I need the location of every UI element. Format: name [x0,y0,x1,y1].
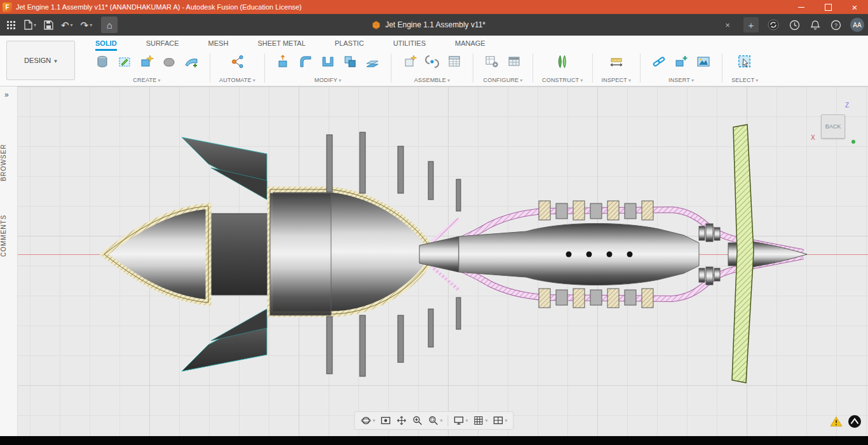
file-menu-icon[interactable] [21,17,39,33]
nose-spinner[interactable] [104,206,208,303]
select-menu[interactable]: SELECT [731,77,758,83]
configure-menu[interactable]: CONFIGURE [483,77,522,83]
select-icon[interactable] [735,52,754,71]
left-panel-strip: » BROWSER COMMENTS [0,86,18,436]
tab-utilities[interactable]: UTILITIES [393,36,426,51]
group-assemble: ASSEMBLE [391,51,473,85]
tab-close-icon[interactable]: × [722,20,733,30]
extensions-sync-icon[interactable] [765,17,782,33]
pan-icon[interactable] [394,414,409,427]
save-icon[interactable] [41,17,56,33]
job-status-clock-icon[interactable] [787,17,803,33]
canvas-image-icon[interactable] [694,52,713,71]
view-cube-face[interactable]: BACK [821,114,845,139]
fillet-icon[interactable] [296,52,315,71]
patch-icon[interactable] [182,52,201,71]
window-controls [788,0,868,14]
display-settings-icon[interactable] [451,414,470,427]
construction-plane-icon[interactable] [553,52,572,71]
undo-icon[interactable]: ↶ [58,17,76,33]
maximize-button[interactable] [815,0,841,14]
warning-icon[interactable] [830,416,843,430]
viewports-icon[interactable] [491,414,510,427]
insert-derive-icon[interactable] [672,52,691,71]
config-table-icon[interactable] [505,52,524,71]
minimize-button[interactable] [788,0,815,14]
compressor-casing[interactable] [270,189,433,315]
ribbon: DESIGN SOLID SURFACE MESH SHEET METAL PL… [0,36,868,86]
fusion-window: Jet Engine 1.1 Assembly v11* (ANANDHAKUM… [0,0,868,445]
fusion-logo-icon [3,3,12,12]
fan-hub[interactable] [206,214,272,295]
assemble-menu[interactable]: ASSEMBLE [414,77,450,83]
group-configure: CONFIGURE [473,51,532,85]
document-tab[interactable]: Jet Engine 1.1 Assembly v11* × [119,14,738,36]
browser-panel-tab[interactable]: BROWSER [0,134,18,191]
shell-icon[interactable] [318,52,337,71]
modify-menu[interactable]: MODIFY [315,77,341,83]
workspace-switcher[interactable]: DESIGN [6,41,75,80]
comments-panel-tab[interactable]: COMMENTS [0,207,18,264]
redo-icon[interactable]: ↷ [78,17,95,33]
new-component-icon[interactable] [400,52,419,71]
axis-y-dot [851,140,855,144]
group-modify: MODIFY [265,51,391,85]
zoom-window-icon[interactable] [426,414,444,427]
automate-share-icon[interactable] [228,52,247,71]
construct-menu[interactable]: CONSTRUCT [542,77,583,83]
user-avatar[interactable]: AA [850,18,864,32]
app-grid-menu-icon[interactable] [4,17,18,33]
expand-panel-icon[interactable]: » [0,86,17,99]
notifications-bell-icon[interactable] [808,17,823,33]
window-title: Jet Engine 1.1 Assembly v11* (ANANDHAKUM… [16,3,302,11]
autodesk-badge-icon[interactable] [848,414,862,431]
axis-z-label: Z [845,102,849,109]
form-icon[interactable] [159,52,179,71]
home-view-icon[interactable]: ⌂ [101,17,118,33]
document-cube-icon [372,20,381,30]
divider [447,415,448,427]
application-bar: ↶ ↷ ⌂ Jet Engine 1.1 Assembly v11* × + ?… [0,14,868,36]
chevron-down-icon [53,57,57,64]
group-create: CREATE [84,51,210,85]
link-icon[interactable] [649,52,668,71]
tab-solid[interactable]: SOLID [95,36,117,51]
tab-surface[interactable]: SURFACE [146,36,179,51]
group-select: SELECT [722,51,767,85]
tab-manage[interactable]: MANAGE [455,36,485,51]
inspect-menu[interactable]: INSPECT [602,77,632,83]
offset-face-icon[interactable] [363,52,382,71]
grid-settings-icon[interactable] [471,414,490,427]
tab-sheet-metal[interactable]: SHEET METAL [257,36,305,51]
jet-engine-model[interactable] [18,86,868,436]
tab-mesh[interactable]: MESH [208,36,229,51]
combustor-body[interactable] [459,223,699,285]
create-menu[interactable]: CREATE [133,77,160,83]
ribbon-tools: CREATE AUTOMATE MODIFY [84,51,768,85]
insert-menu[interactable]: INSERT [668,77,694,83]
solid-cylinder-icon[interactable] [93,52,112,71]
model-canvas[interactable]: Z BACK X [0,86,868,436]
zoom-icon[interactable] [410,414,424,427]
sketch-icon[interactable] [115,52,134,71]
group-inspect: INSPECT [593,51,641,85]
joint-icon[interactable] [423,52,442,71]
configuration-icon[interactable] [482,52,501,71]
document-tab-title: Jet Engine 1.1 Assembly v11* [385,20,485,29]
group-automate: AUTOMATE [210,51,264,85]
measure-icon[interactable] [607,52,626,71]
close-button[interactable] [841,0,868,14]
press-pull-icon[interactable] [274,52,293,71]
orbit-icon[interactable] [358,414,377,427]
view-cube[interactable]: Z BACK X [813,106,851,145]
help-icon[interactable]: ? [828,17,844,33]
appbar-right-icons: ? AA [764,17,864,33]
corner-badges [830,414,862,431]
combine-icon[interactable] [341,52,360,71]
new-tab-button[interactable]: + [743,17,759,32]
primitives-icon[interactable] [137,52,156,71]
look-at-icon[interactable] [378,414,393,427]
automate-menu[interactable]: AUTOMATE [219,77,255,83]
bom-table-icon[interactable] [445,52,464,71]
tab-plastic[interactable]: PLASTIC [335,36,364,51]
